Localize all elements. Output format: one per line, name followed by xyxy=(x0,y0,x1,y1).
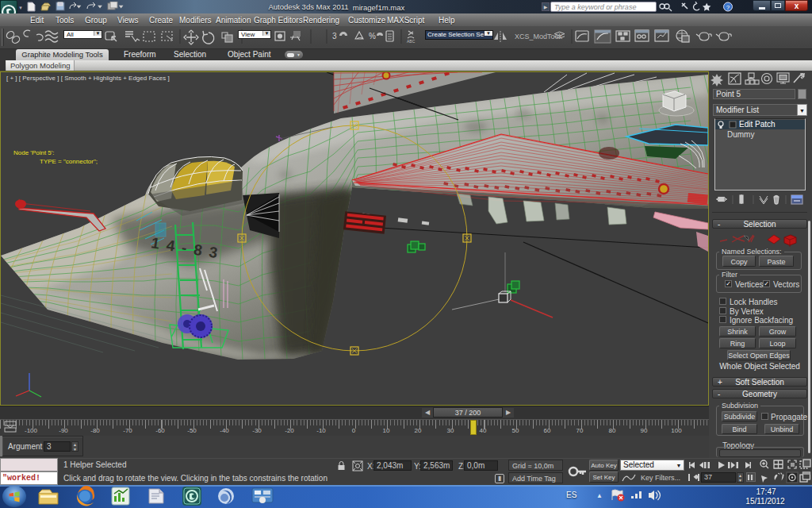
svg-text:ABC: ABC xyxy=(407,39,416,44)
svg-text:[ + ] [ Perspective ] [ Smooth: [ + ] [ Perspective ] [ Smooth + Highlig… xyxy=(6,75,170,82)
svg-text:3: 3 xyxy=(332,32,337,40)
svg-text:%: % xyxy=(369,32,376,40)
svg-text:?: ? xyxy=(726,4,730,11)
svg-text:XCS_ModTook: XCS_ModTook xyxy=(515,33,563,40)
svg-text:TYPE = "connector";: TYPE = "connector"; xyxy=(40,158,98,165)
svg-text:Node 'Point 5':: Node 'Point 5': xyxy=(13,149,55,156)
